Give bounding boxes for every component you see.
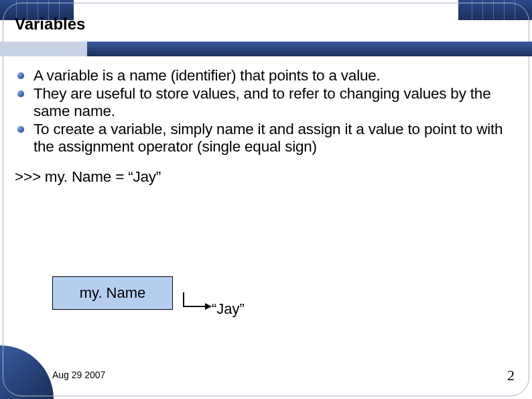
variable-box: my. Name	[52, 276, 173, 310]
footer-date: Aug 29 2007	[52, 369, 105, 380]
corner-decoration-top-right	[458, 0, 532, 20]
bullet-item: They are useful to store values, and to …	[15, 85, 517, 121]
value-label: “Jay”	[212, 300, 245, 318]
variable-diagram: my. Name “Jay”	[52, 276, 340, 330]
title-underline-bar	[0, 42, 532, 56]
slide-frame	[3, 3, 529, 396]
variable-label: my. Name	[80, 284, 146, 302]
corner-decoration-bottom-left	[0, 345, 54, 399]
arrow-segment	[183, 306, 206, 307]
arrow-segment	[183, 292, 184, 307]
bullet-item: To create a variable, simply name it and…	[15, 121, 517, 156]
slide-content: A variable is a name (identifier) that p…	[15, 67, 517, 186]
slide-title: Variables	[15, 15, 85, 34]
page-number: 2	[507, 367, 515, 384]
bullet-list: A variable is a name (identifier) that p…	[15, 67, 517, 156]
arrow-head-icon	[205, 303, 212, 310]
bullet-item: A variable is a name (identifier) that p…	[15, 67, 517, 85]
code-example: >>> my. Name = “Jay”	[15, 168, 517, 186]
